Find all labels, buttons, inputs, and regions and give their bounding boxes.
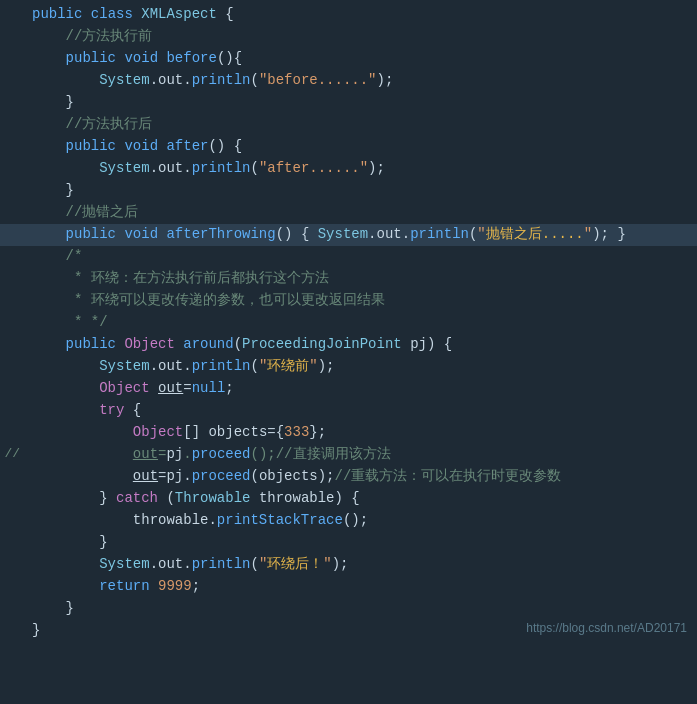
line-content-27: return 9999; bbox=[28, 576, 697, 598]
line-content-6: //方法执行后 bbox=[28, 114, 697, 136]
line-content-25: } bbox=[28, 532, 697, 554]
line-content-1: public class XMLAspect { bbox=[28, 4, 697, 26]
line-content-21: out=pj.proceed();//直接调用该方法 bbox=[28, 444, 697, 466]
line-content-22: out=pj.proceed(objects);//重载方法：可以在执行时更改参… bbox=[28, 466, 697, 488]
code-line-27: return 9999; bbox=[0, 576, 697, 598]
code-line-14: * 环绕可以更改传递的参数，也可以更改返回结果 bbox=[0, 290, 697, 312]
line-content-10: //抛错之后 bbox=[28, 202, 697, 224]
line-content-23: } catch (Throwable throwable) { bbox=[28, 488, 697, 510]
line-content-18: Object out=null; bbox=[28, 378, 697, 400]
code-line-19: try { bbox=[0, 400, 697, 422]
code-line-23: } catch (Throwable throwable) { bbox=[0, 488, 697, 510]
line-content-20: Object[] objects={333}; bbox=[28, 422, 697, 444]
line-content-17: System.out.println("环绕前"); bbox=[28, 356, 697, 378]
line-content-28: } bbox=[28, 598, 697, 620]
line-content-14: * 环绕可以更改传递的参数，也可以更改返回结果 bbox=[28, 290, 697, 312]
code-line-12: /* bbox=[0, 246, 697, 268]
code-line-8: System.out.println("after......"); bbox=[0, 158, 697, 180]
code-line-6: //方法执行后 bbox=[0, 114, 697, 136]
line-content-15: * */ bbox=[28, 312, 697, 334]
line-content-7: public void after() { bbox=[28, 136, 697, 158]
line-num-21: // bbox=[0, 444, 28, 464]
code-line-9: } bbox=[0, 180, 697, 202]
code-line-20: Object[] objects={333}; bbox=[0, 422, 697, 444]
code-line-21: // out=pj.proceed();//直接调用该方法 bbox=[0, 444, 697, 466]
line-content-24: throwable.printStackTrace(); bbox=[28, 510, 697, 532]
code-line-10: //抛错之后 bbox=[0, 202, 697, 224]
code-line-4: System.out.println("before......"); bbox=[0, 70, 697, 92]
code-line-1: public class XMLAspect { bbox=[0, 4, 697, 26]
code-line-7: public void after() { bbox=[0, 136, 697, 158]
code-line-17: System.out.println("环绕前"); bbox=[0, 356, 697, 378]
code-line-24: throwable.printStackTrace(); bbox=[0, 510, 697, 532]
line-content-19: try { bbox=[28, 400, 697, 422]
line-content-5: } bbox=[28, 92, 697, 114]
code-line-16: public Object around(ProceedingJoinPoint… bbox=[0, 334, 697, 356]
watermark: https://blog.csdn.net/AD20171 bbox=[526, 619, 687, 638]
line-content-12: /* bbox=[28, 246, 697, 268]
code-line-22: out=pj.proceed(objects);//重载方法：可以在执行时更改参… bbox=[0, 466, 697, 488]
line-content-2: //方法执行前 bbox=[28, 26, 697, 48]
line-content-8: System.out.println("after......"); bbox=[28, 158, 697, 180]
line-content-11: public void afterThrowing() { System.out… bbox=[28, 224, 697, 246]
code-line-15: * */ bbox=[0, 312, 697, 334]
code-line-26: System.out.println("环绕后！"); bbox=[0, 554, 697, 576]
code-line-13: * 环绕：在方法执行前后都执行这个方法 bbox=[0, 268, 697, 290]
code-line-2: //方法执行前 bbox=[0, 26, 697, 48]
line-content-26: System.out.println("环绕后！"); bbox=[28, 554, 697, 576]
code-line-5: } bbox=[0, 92, 697, 114]
line-content-3: public void before(){ bbox=[28, 48, 697, 70]
line-content-9: } bbox=[28, 180, 697, 202]
line-content-13: * 环绕：在方法执行前后都执行这个方法 bbox=[28, 268, 697, 290]
code-container: public class XMLAspect { //方法执行前 public … bbox=[0, 0, 697, 646]
line-content-4: System.out.println("before......"); bbox=[28, 70, 697, 92]
code-line-28: } bbox=[0, 598, 697, 620]
code-line-18: Object out=null; bbox=[0, 378, 697, 400]
code-line-3: public void before(){ bbox=[0, 48, 697, 70]
code-line-25: } bbox=[0, 532, 697, 554]
code-line-11: public void afterThrowing() { System.out… bbox=[0, 224, 697, 246]
line-content-16: public Object around(ProceedingJoinPoint… bbox=[28, 334, 697, 356]
